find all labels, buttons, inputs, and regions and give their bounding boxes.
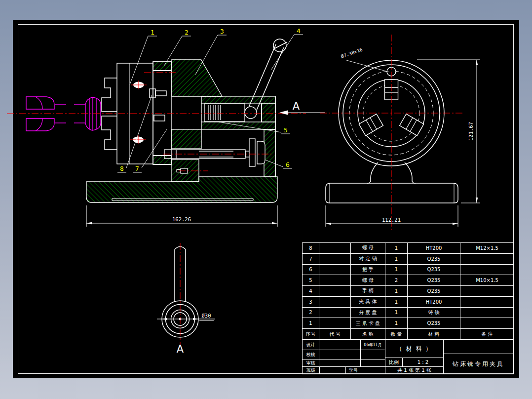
balloon-5: 5 — [284, 126, 288, 134]
section-letter: A — [293, 100, 300, 112]
balloon-8: 8 — [120, 165, 124, 172]
bom-cell-seq: 2 — [303, 308, 319, 319]
audit-label: 审核 — [302, 359, 319, 367]
bom-cell-code — [319, 297, 351, 308]
front-section-view: A 162.26 — [7, 27, 325, 227]
audit-value — [319, 359, 361, 367]
bom-header-code: 代 号 — [319, 329, 351, 340]
design-value — [319, 339, 361, 350]
bom-cell-name: 螺 母 — [351, 275, 385, 286]
bom-cell-seq: 4 — [303, 286, 319, 297]
bom-cell-seq: 1 — [303, 318, 319, 329]
bom-cell-qty: 2 — [385, 275, 408, 286]
bom-cell-remark: M12×1.5 — [460, 243, 514, 254]
bom-cell-remark — [460, 297, 514, 308]
section-arrow-a: A — [279, 100, 325, 115]
drawing-number-cell — [443, 339, 514, 354]
bom-cell-seq: 3 — [303, 297, 319, 308]
drawing-title: 钻床铣专用夹具 — [443, 354, 514, 374]
class-value — [319, 366, 346, 374]
bom-cell-name: 分 度 盘 — [351, 308, 385, 319]
cad-drawing-viewer: A 162.26 — [0, 0, 532, 399]
bom-cell-name: 手 柄 — [351, 286, 385, 297]
bom-cell-name: 螺 母 — [351, 243, 385, 254]
bom-cell-remark — [460, 308, 514, 319]
bom-cell-material: HT200 — [408, 243, 460, 254]
bom-cell-material: HT200 — [408, 297, 460, 308]
bom-cell-name: 夹 具 体 — [351, 297, 385, 308]
hole-dimension-label: Ø7.38×16 — [340, 47, 363, 59]
bom-cell-code — [319, 254, 351, 265]
bom-cell-seq: 5 — [303, 275, 319, 286]
balloon-2: 2 — [185, 29, 189, 36]
check-value — [319, 350, 361, 360]
scale-label: 比例 — [385, 358, 403, 367]
check-label: 校核 — [302, 350, 319, 360]
balloon-3: 3 — [220, 28, 224, 35]
bom-cell-code — [319, 265, 351, 276]
bom-cell-qty: 1 — [385, 308, 408, 319]
bom-cell-qty: 1 — [385, 243, 408, 254]
title-block: 设计 06年11月 校核 审核 班级 学号 （ 材 料 ） 钻床铣专用夹具 比例… — [302, 339, 514, 374]
bom-cell-qty: 1 — [385, 297, 408, 308]
bom-cell-qty: 1 — [385, 265, 408, 276]
bom-cell-remark — [460, 318, 514, 329]
side-height-dimension: 121.67 — [468, 122, 474, 141]
balloon-7: 7 — [135, 165, 139, 172]
bom-cell-remark: M10×1.5 — [460, 275, 514, 286]
bom-header-name: 名 称 — [351, 329, 385, 340]
bom-cell-material: Q235 — [408, 275, 460, 286]
balloon-4: 4 — [297, 27, 301, 35]
bom-cell-code — [319, 286, 351, 297]
bom-cell-qty: 1 — [385, 286, 408, 297]
design-label: 设计 — [302, 339, 319, 350]
detail-view-letter: A — [177, 343, 184, 355]
material-cell: （ 材 料 ） — [385, 339, 444, 358]
front-width-dimension: 162.26 — [172, 216, 191, 222]
detail-view-a: Ø30 A — [157, 243, 215, 355]
bom-cell-material: Q235 — [408, 318, 460, 329]
check-date — [360, 350, 385, 360]
balloon-6: 6 — [286, 161, 290, 168]
side-view: Ø7.38×16 121.67 — [320, 35, 480, 231]
bom-cell-code — [319, 243, 351, 254]
bom-cell-code — [319, 318, 351, 329]
bom-cell-material: 铸 铁 — [408, 308, 460, 319]
bom-cell-remark — [460, 265, 514, 276]
sheet-info: 共 1 张 第 1 张 — [385, 366, 444, 374]
bom-cell-material: Q235 — [408, 265, 460, 276]
scale-value: 1 : 2 — [402, 358, 444, 367]
side-width-dimension: 112.21 — [382, 217, 401, 223]
audit-date — [360, 359, 385, 367]
bom-cell-name: 三 爪 卡 盘 — [351, 318, 385, 329]
bom-table: 8 螺 母 1 HT200 M12×1.5 7 对 定 销 1 Q235 6 把… — [302, 242, 514, 340]
bom-header-seq: 序号 — [303, 329, 319, 340]
design-date: 06年11月 — [360, 339, 385, 350]
bom-cell-code — [319, 308, 351, 319]
bom-cell-qty: 1 — [385, 254, 408, 265]
bom-cell-remark — [460, 286, 514, 297]
class-label: 班级 — [302, 366, 320, 374]
handle-diameter-dimension: Ø30 — [202, 313, 211, 319]
bom-cell-material: Q235 — [408, 254, 460, 265]
bom-cell-seq: 8 — [303, 243, 319, 254]
bom-cell-seq: 7 — [303, 254, 319, 265]
student-id-value — [361, 366, 385, 374]
bom-cell-qty: 1 — [385, 318, 408, 329]
bom-cell-name: 对 定 销 — [351, 254, 385, 265]
student-id-label: 学号 — [345, 366, 361, 374]
bom-header-remark: 备 注 — [460, 329, 514, 340]
bom-header-material: 材 料 — [408, 329, 460, 340]
bom-cell-code — [319, 275, 351, 286]
balloon-1: 1 — [151, 29, 154, 36]
bom-cell-remark — [460, 254, 514, 265]
bom-header-qty: 数 量 — [385, 329, 408, 340]
bom-cell-material: Q235 — [408, 286, 460, 297]
bom-cell-name: 把 手 — [351, 265, 385, 276]
bom-cell-seq: 6 — [303, 265, 319, 276]
